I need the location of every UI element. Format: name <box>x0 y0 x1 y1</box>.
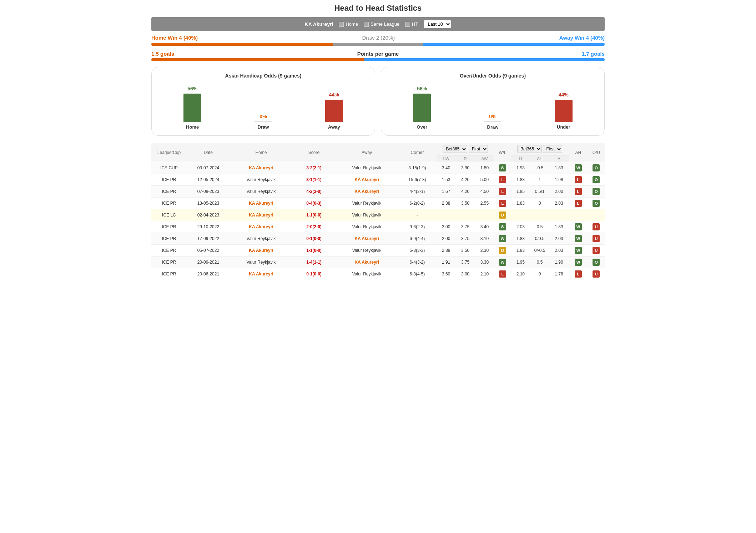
td-aw <box>475 209 494 221</box>
td-hw: 2.00 <box>437 221 456 233</box>
td-aw: 3.40 <box>475 221 494 233</box>
badge-d: D <box>499 247 506 254</box>
table-row: ICE PR 17-09-2022 Valur Reykjavik 0-1(0-… <box>151 233 605 245</box>
table-body: ICE CUP 03-07-2024 KA Akureyri 3-2(2-1) … <box>151 162 605 280</box>
goals-bar <box>151 58 605 61</box>
bet365-select-2[interactable]: Bet365 <box>517 145 542 153</box>
td-home[interactable]: KA Akureyri <box>230 209 292 221</box>
td-d: 3.00 <box>456 268 475 280</box>
td-date: 20-09-2021 <box>187 256 230 268</box>
td-a: 1.98 <box>549 174 569 186</box>
td-wl: L <box>494 174 511 186</box>
td-away[interactable]: KA Akureyri <box>336 174 398 186</box>
td-aw: 4.50 <box>475 186 494 198</box>
col-header-ou: O/U <box>588 143 605 162</box>
td-d: 3.75 <box>456 256 475 268</box>
td-h: 2.10 <box>511 268 530 280</box>
badge-w: W <box>575 247 582 254</box>
goals-home-segment <box>151 58 364 61</box>
td-corner: 3-15(1-9) <box>398 162 437 174</box>
td-home: Valur Reykjavik <box>230 233 292 245</box>
first-select-1[interactable]: First <box>469 145 488 153</box>
ou-over-bar <box>413 94 431 122</box>
table-row: ICE PR 13-05-2023 KA Akureyri 0-4(0-3) V… <box>151 198 605 209</box>
bet365-select-1[interactable]: Bet365 <box>443 145 467 153</box>
col-header-bet365-1: Bet365 First <box>437 143 494 155</box>
ou-draw-pct: 0% <box>489 114 496 119</box>
td-score: 1-1(0-0) <box>292 209 336 221</box>
col-header-score: Score <box>292 143 336 162</box>
td-hw: 3.40 <box>437 162 456 174</box>
wdl-away-segment <box>423 43 605 46</box>
td-ah: 0 <box>530 198 549 209</box>
td-score: 0-1(0-0) <box>292 233 336 245</box>
td-date: 03-07-2024 <box>187 162 230 174</box>
td-date: 17-09-2022 <box>187 233 230 245</box>
td-home[interactable]: KA Akureyri <box>230 221 292 233</box>
same-league-checkbox[interactable] <box>364 22 369 27</box>
first-select-2[interactable]: First <box>543 145 562 153</box>
last-n-dropdown[interactable]: Last 10 Last 5 Last 20 <box>424 20 451 28</box>
col-header-home: Home <box>230 143 292 162</box>
td-hw: 2.38 <box>437 198 456 209</box>
td-wl: L <box>494 186 511 198</box>
td-ah: 1 <box>530 174 549 186</box>
td-home: Valur Reykjavik <box>230 186 292 198</box>
badge-w: W <box>575 259 582 266</box>
ah-away-pct: 44% <box>329 92 339 98</box>
td-home[interactable]: KA Akureyri <box>230 162 292 174</box>
td-wl: L <box>494 268 511 280</box>
wdl-summary: Home Win 4 (40%) Draw 2 (20%) Away Win 4… <box>151 35 605 41</box>
td-h <box>511 209 530 221</box>
td-aw: 2.10 <box>475 268 494 280</box>
table-header-row: League/Cup Date Home Score Away Corner B… <box>151 143 605 155</box>
col-header-corner: Corner <box>398 143 437 162</box>
badge-l: L <box>499 200 506 207</box>
td-aw: 3.30 <box>475 256 494 268</box>
td-ah2: L <box>569 174 588 186</box>
td-ou: O <box>588 256 605 268</box>
td-hw: 1.53 <box>437 174 456 186</box>
ah-home-bar <box>183 94 201 122</box>
td-corner: 6-4(3-2) <box>398 256 437 268</box>
page-title: Head to Head Statistics <box>151 4 605 13</box>
td-home[interactable]: KA Akureyri <box>230 198 292 209</box>
home-checkbox[interactable] <box>339 22 344 27</box>
ah-home-bar-item: 56% Home <box>183 86 201 130</box>
ah-draw-bar <box>254 121 272 122</box>
odds-panels: Asian Handicap Odds (9 games) 56% Home 0… <box>151 67 605 136</box>
td-ah: 0/-0.5 <box>530 245 549 256</box>
td-hw: 2.00 <box>437 233 456 245</box>
ah-away-bar-label: Away <box>328 124 340 130</box>
td-away[interactable]: KA Akureyri <box>336 233 398 245</box>
td-score: 0-4(0-3) <box>292 198 336 209</box>
td-h: 1.83 <box>511 233 530 245</box>
td-away[interactable]: KA Akureyri <box>336 256 398 268</box>
td-aw: 1.80 <box>475 162 494 174</box>
td-ah: 0.5/1 <box>530 186 549 198</box>
td-a: 1.90 <box>549 256 569 268</box>
td-a: 2.03 <box>549 245 569 256</box>
td-away[interactable]: KA Akureyri <box>336 186 398 198</box>
badge-l: L <box>499 188 506 195</box>
td-aw: 3.10 <box>475 233 494 245</box>
td-ah2: L <box>569 268 588 280</box>
td-league: ICE PR <box>151 268 187 280</box>
away-win-label: Away Win 4 (40%) <box>559 35 605 41</box>
ht-label: HT <box>412 21 418 27</box>
td-home[interactable]: KA Akureyri <box>230 245 292 256</box>
td-a: 1.83 <box>549 162 569 174</box>
td-home[interactable]: KA Akureyri <box>230 268 292 280</box>
ou-bars: 56% Over 0% Draw 44% Under <box>388 86 597 130</box>
ah-draw-bar-label: Draw <box>258 124 269 130</box>
badge-l: L <box>575 270 582 278</box>
ht-checkbox[interactable] <box>405 22 410 27</box>
td-home: Valur Reykjavik <box>230 174 292 186</box>
ou-under-bar-label: Under <box>557 124 570 130</box>
goals-center-label: Points per game <box>357 51 399 57</box>
badge-w: W <box>499 164 506 171</box>
td-wl: D <box>494 245 511 256</box>
td-corner: 6-2(0-2) <box>398 198 437 209</box>
td-corner: 5-3(3-3) <box>398 245 437 256</box>
td-h: 1.88 <box>511 174 530 186</box>
